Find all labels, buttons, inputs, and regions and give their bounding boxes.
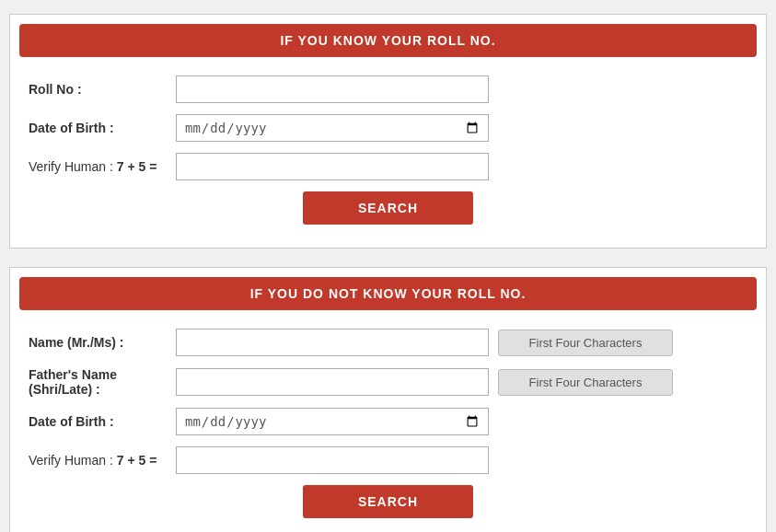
search-btn-row-2: SEARCH (29, 485, 747, 518)
page-wrapper: IF YOU KNOW YOUR ROLL NO. Roll No : Date… (0, 0, 776, 532)
rollno-label: Roll No : (29, 82, 176, 97)
section2-header: IF YOU DO NOT KNOW YOUR ROLL NO. (19, 277, 757, 310)
section-know-rollno: IF YOU KNOW YOUR ROLL NO. Roll No : Date… (9, 14, 767, 249)
verify-input-1[interactable] (176, 153, 489, 180)
dob-row-2: Date of Birth : (29, 408, 747, 435)
rollno-input[interactable] (176, 75, 489, 103)
section2-form: Name (Mr./Ms) : First Four Characters Fa… (10, 324, 766, 523)
dob-input-2[interactable] (176, 408, 489, 435)
name-hint: First Four Characters (498, 330, 673, 356)
name-label: Name (Mr./Ms) : (29, 335, 176, 350)
verify-row-1: Verify Human : 7 + 5 = (29, 153, 747, 180)
dob-input-1[interactable] (176, 114, 489, 142)
section-unknown-rollno: IF YOU DO NOT KNOW YOUR ROLL NO. Name (M… (9, 267, 767, 532)
verify-label-2: Verify Human : 7 + 5 = (29, 453, 176, 468)
name-row: Name (Mr./Ms) : First Four Characters (29, 329, 747, 356)
search-button-2[interactable]: SEARCH (303, 485, 473, 518)
verify-row-2: Verify Human : 7 + 5 = (29, 446, 747, 474)
dob-row-1: Date of Birth : (29, 114, 747, 142)
section1-header: IF YOU KNOW YOUR ROLL NO. (19, 24, 757, 57)
section1-form: Roll No : Date of Birth : Verify Human :… (10, 71, 766, 229)
search-button-1[interactable]: SEARCH (303, 191, 473, 225)
name-input[interactable] (176, 329, 489, 356)
dob-label-1: Date of Birth : (29, 121, 176, 135)
fname-input[interactable] (176, 368, 489, 396)
verify-label-1: Verify Human : 7 + 5 = (29, 159, 176, 174)
fname-hint: First Four Characters (498, 369, 673, 396)
rollno-row: Roll No : (29, 75, 747, 103)
fname-label: Father's Name (Shri/Late) : (29, 367, 176, 397)
search-btn-row-1: SEARCH (29, 191, 747, 225)
verify-input-2[interactable] (176, 446, 489, 474)
fname-row: Father's Name (Shri/Late) : First Four C… (29, 367, 747, 397)
dob-label-2: Date of Birth : (29, 414, 176, 429)
